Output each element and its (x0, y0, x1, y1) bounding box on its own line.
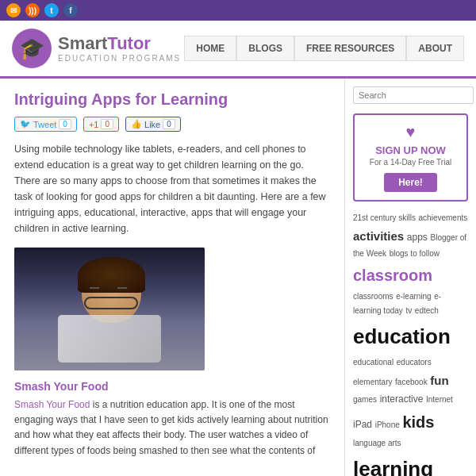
tag-item[interactable]: e-learning (396, 292, 431, 301)
tag-item[interactable]: interactive (380, 393, 424, 405)
like-label: Like (144, 120, 160, 129)
tag-item[interactable]: classroom (353, 267, 432, 284)
section1-link[interactable]: Smash Your Food (14, 399, 90, 410)
tweet-icon: 🐦 (20, 119, 31, 129)
tag-item[interactable]: blogs to follow (390, 249, 440, 258)
like-count: 0 (163, 119, 175, 129)
facebook-icon[interactable]: f (63, 3, 78, 17)
signup-title: SIGN UP NOW (363, 144, 459, 156)
tag-item[interactable]: Internet (426, 395, 453, 404)
rss-icon[interactable]: ))) (25, 3, 40, 17)
section1-text: Smash Your Food is a nutrition education… (14, 397, 330, 459)
page-title: Intriguing Apps for Learning (14, 90, 330, 109)
signup-button[interactable]: Here! (384, 173, 437, 192)
tag-item[interactable]: classrooms (353, 292, 393, 301)
tag-item[interactable]: elementary (353, 378, 392, 386)
heart-icon: ♥ (363, 123, 459, 141)
tag-item[interactable]: language arts (353, 439, 401, 447)
tag-item[interactable]: facebook (395, 378, 428, 386)
tag-item[interactable]: educators (397, 358, 432, 367)
like-button[interactable]: 👍 Like 0 (125, 117, 181, 132)
logo-smart: Smart (58, 33, 107, 53)
tag-item[interactable]: educational (353, 358, 393, 367)
logo-sub: EDUCATION PROGRAMS (58, 54, 181, 63)
main-layout: Intriguing Apps for Learning 🐦 Tweet 0 +… (0, 79, 476, 476)
signup-sub: For a 14-Day Free Trial (363, 158, 459, 167)
tweet-count: 0 (59, 119, 71, 129)
tag-item[interactable]: iPhone (375, 420, 400, 429)
header: 🎓 SmartTutor EDUCATION PROGRAMS HOME BLO… (0, 21, 476, 79)
logo-tutor: Tutor (107, 33, 151, 53)
main-nav: HOME BLOGS FREE RESOURCES ABOUT (184, 36, 464, 61)
logo-icon: 🎓 (12, 29, 52, 68)
gplus-button[interactable]: +1 0 (83, 117, 119, 132)
intro-text: Using mobile technology like tablets, e-… (14, 141, 330, 236)
tag-item[interactable]: edtech (415, 306, 439, 315)
tag-item[interactable]: achievements (419, 213, 468, 222)
tag-item[interactable]: activities (353, 229, 404, 243)
article-image (14, 248, 205, 370)
twitter-icon[interactable]: t (44, 3, 59, 17)
tweet-button[interactable]: 🐦 Tweet 0 (14, 117, 77, 132)
nav-home[interactable]: HOME (184, 36, 236, 61)
content-area: Intriguing Apps for Learning 🐦 Tweet 0 +… (0, 79, 345, 476)
tag-item[interactable]: tv (405, 306, 412, 315)
logo-text: SmartTutor EDUCATION PROGRAMS (58, 33, 181, 63)
sidebar: Search ♥ SIGN UP NOW For a 14-Day Free T… (345, 79, 476, 476)
top-bar: ✉ ))) t f (0, 0, 476, 21)
nav-free-resources[interactable]: FREE RESOURCES (294, 36, 406, 61)
tag-item[interactable]: 21st century skills (353, 213, 416, 222)
tag-item[interactable]: education (353, 324, 451, 348)
gplus-count: 0 (101, 119, 113, 129)
section1-title: Smash Your Food (14, 380, 330, 393)
tag-item[interactable]: learning (353, 457, 433, 476)
tag-item[interactable]: iPad (353, 419, 372, 430)
tag-item[interactable]: apps (407, 232, 428, 243)
nav-about[interactable]: ABOUT (406, 36, 464, 61)
tag-item[interactable]: fun (430, 374, 448, 387)
search-bar: Search (353, 86, 468, 104)
search-input[interactable] (353, 86, 474, 104)
tweet-label: Tweet (33, 120, 56, 129)
nav-blogs[interactable]: BLOGS (236, 36, 294, 61)
like-icon: 👍 (131, 119, 142, 129)
signup-box: ♥ SIGN UP NOW For a 14-Day Free Trial He… (353, 113, 468, 202)
tag-item[interactable]: kids (402, 413, 434, 431)
tag-item[interactable]: games (353, 395, 377, 404)
gplus-label: +1 (89, 120, 99, 129)
email-icon[interactable]: ✉ (6, 3, 21, 17)
logo[interactable]: 🎓 SmartTutor EDUCATION PROGRAMS (12, 29, 181, 68)
tags-cloud: 21st century skills achievements activit… (353, 211, 468, 476)
social-bar: 🐦 Tweet 0 +1 0 👍 Like 0 (14, 117, 330, 132)
